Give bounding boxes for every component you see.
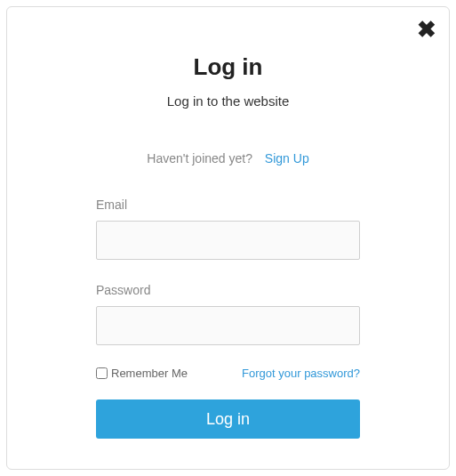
close-icon[interactable]: ✖ (417, 18, 436, 41)
remember-label: Remember Me (111, 367, 188, 380)
forgot-password-link[interactable]: Forgot your password? (242, 367, 360, 380)
password-field[interactable] (96, 306, 360, 345)
modal-content: Log in Log in to the website Haven't joi… (7, 7, 449, 474)
login-modal: ✖ Log in Log in to the website Haven't j… (6, 6, 450, 470)
email-field[interactable] (96, 221, 360, 260)
options-row: Remember Me Forgot your password? (96, 367, 360, 380)
signup-prompt: Haven't joined yet? Sign Up (96, 151, 360, 165)
email-label: Email (96, 198, 360, 212)
remember-checkbox[interactable] (96, 367, 108, 379)
login-form: Email Password Remember Me Forgot your p… (96, 198, 360, 439)
login-button[interactable]: Log in (96, 399, 360, 439)
prompt-text: Haven't joined yet? (147, 151, 252, 165)
page-subtitle: Log in to the website (96, 93, 360, 109)
remember-me[interactable]: Remember Me (96, 367, 188, 380)
password-label: Password (96, 283, 360, 297)
page-title: Log in (96, 53, 360, 81)
signup-link[interactable]: Sign Up (265, 151, 309, 165)
